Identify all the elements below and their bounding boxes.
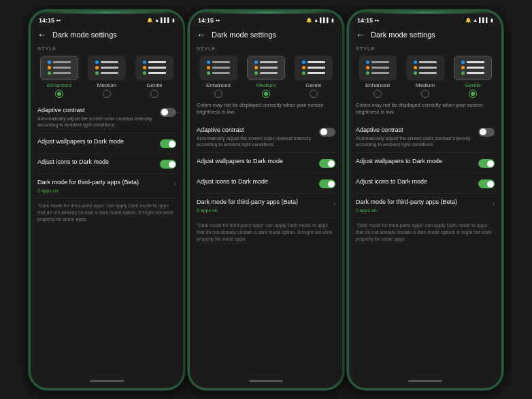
status-bar: 14:15 ▪▪ 🔔 ▲ ▌▌▌ ▮	[349, 12, 501, 27]
warning-text: Colors may not be displayed correctly wh…	[197, 102, 335, 116]
status-icons: 🔔 ▲ ▌▌▌ ▮	[465, 18, 493, 23]
notification-icon: 🔔	[147, 18, 153, 23]
back-button[interactable]: ←	[356, 29, 365, 40]
top-bar: ← Dark mode settings	[349, 27, 501, 43]
back-button[interactable]: ←	[37, 29, 47, 40]
style-option-gentle[interactable]: Gentle	[133, 56, 176, 98]
lines-icon-gentle	[299, 58, 328, 77]
adaptive-contrast-title: Adaptive contrast	[356, 126, 473, 135]
style-radio-enhanced[interactable]	[214, 90, 222, 98]
style-radio-gentle[interactable]	[310, 90, 318, 98]
adjust-wallpapers-toggle[interactable]	[319, 159, 335, 168]
status-bar: 14:15 ▪▪ 🔔 ▲ ▌▌▌ ▮	[190, 12, 342, 27]
adjust-wallpapers-toggle[interactable]	[478, 159, 495, 168]
style-radio-medium[interactable]	[103, 90, 111, 98]
page-title: Dark mode settings	[212, 31, 276, 39]
style-radio-enhanced[interactable]	[373, 90, 382, 98]
style-label-enhanced: Enhanced	[365, 82, 390, 88]
adjust-wallpapers-toggle[interactable]	[160, 139, 176, 148]
adaptive-contrast-title: Adaptive contrast	[37, 107, 154, 115]
adaptive-contrast-desc: Automatically adjust the screen color co…	[197, 135, 314, 148]
adjust-wallpapers-item: Adjust wallpapers to Dark mode	[356, 153, 495, 173]
back-button[interactable]: ←	[197, 29, 206, 40]
third-party-item[interactable]: Dark mode for third-party apps (Beta) 0 …	[356, 194, 495, 218]
apps-on-label: 0 apps on	[356, 208, 493, 213]
style-label-enhanced: Enhanced	[206, 82, 231, 88]
chevron-icon: ›	[333, 200, 335, 207]
chevron-icon: ›	[493, 200, 495, 207]
lines-icon-enhanced	[363, 58, 392, 77]
footer-text: "Dark mode for third-party apps" can app…	[356, 218, 495, 246]
style-icon-box-enhanced	[359, 56, 397, 80]
style-label-enhanced: Enhanced	[47, 82, 71, 88]
third-party-item[interactable]: Dark mode for third-party apps (Beta) 0 …	[197, 194, 335, 218]
style-label-gentle: Gentle	[146, 82, 163, 88]
top-bar: ← Dark mode settings	[190, 27, 342, 43]
style-option-gentle[interactable]: Gentle	[451, 56, 495, 98]
status-time: 14:15 ▪▪	[39, 17, 61, 24]
style-icon-box-enhanced	[199, 56, 237, 80]
style-option-gentle[interactable]: Gentle	[292, 56, 335, 98]
adaptive-contrast-title: Adaptive contrast	[197, 126, 314, 135]
home-indicator	[90, 380, 124, 382]
style-label-gentle: Gentle	[465, 82, 481, 88]
screen-content: STYLE	[190, 43, 342, 375]
adaptive-contrast-item: Adaptive contrast Automatically adjust t…	[37, 102, 176, 134]
style-selector: Enhanced	[356, 56, 495, 98]
style-option-medium[interactable]: Medium	[244, 56, 288, 98]
lines-icon-medium	[93, 58, 121, 77]
adaptive-contrast-item: Adaptive contrast Automatically adjust t…	[197, 122, 335, 154]
adjust-icons-item: Adjust icons to Dark mode	[37, 154, 176, 174]
style-icon-box-medium	[88, 56, 126, 80]
style-icon-box-gentle	[295, 56, 333, 80]
style-option-medium[interactable]: Medium	[85, 56, 129, 98]
style-label-gentle: Gentle	[305, 82, 322, 88]
adaptive-contrast-desc: Automatically adjust the screen color co…	[356, 135, 473, 148]
third-party-item[interactable]: Dark mode for third-party apps (Beta) 0 …	[37, 174, 176, 198]
lines-icon-medium	[411, 58, 439, 77]
notification-icon: 🔔	[465, 18, 471, 23]
phone-1: 14:15 ▪▪ 🔔 ▲ ▌▌▌ ▮ ← Dark mode settings …	[29, 10, 185, 390]
style-radio-medium[interactable]	[421, 90, 429, 98]
footer-text: "Dark mode for third-party apps" can app…	[37, 198, 176, 226]
status-time: 14:15 ▪▪	[198, 17, 220, 24]
top-bar: ← Dark mode settings	[31, 27, 183, 43]
adjust-icons-title: Adjust icons to Dark mode	[197, 178, 314, 186]
phone-2: 14:15 ▪▪ 🔔 ▲ ▌▌▌ ▮ ← Dark mode settings …	[188, 10, 344, 390]
lines-icon-gentle	[140, 58, 169, 77]
third-party-title: Dark mode for third-party apps (Beta)	[197, 198, 333, 207]
bottom-bar	[190, 375, 342, 388]
style-radio-gentle[interactable]	[150, 90, 159, 98]
adjust-icons-toggle[interactable]	[160, 160, 176, 169]
adjust-icons-item: Adjust icons to Dark mode	[197, 173, 335, 194]
style-option-enhanced[interactable]: Enhanced	[37, 56, 81, 98]
lines-icon-medium	[252, 58, 280, 77]
style-radio-gentle[interactable]	[469, 90, 477, 98]
signal-icon: ▌▌▌	[479, 18, 489, 22]
style-icon-box-medium	[406, 56, 444, 80]
style-option-enhanced[interactable]: Enhanced	[356, 56, 399, 98]
style-radio-medium[interactable]	[262, 90, 270, 98]
adjust-wallpapers-item: Adjust wallpapers to Dark mode	[37, 133, 176, 154]
adaptive-contrast-toggle[interactable]	[478, 128, 495, 137]
style-option-enhanced[interactable]: Enhanced	[197, 56, 240, 98]
notification-icon: 🔔	[306, 18, 312, 23]
status-time: 14:15 ▪▪	[357, 17, 379, 24]
phone-inner-3: 14:15 ▪▪ 🔔 ▲ ▌▌▌ ▮ ← Dark mode settings …	[349, 12, 501, 388]
battery-icon: ▮	[491, 18, 493, 23]
adjust-icons-toggle[interactable]	[319, 179, 335, 188]
adaptive-contrast-toggle[interactable]	[319, 128, 335, 137]
phone-3: 14:15 ▪▪ 🔔 ▲ ▌▌▌ ▮ ← Dark mode settings …	[347, 10, 503, 390]
adjust-icons-title: Adjust icons to Dark mode	[356, 178, 473, 186]
apps-on-label: 0 apps on	[37, 188, 174, 193]
phone-container: 14:15 ▪▪ 🔔 ▲ ▌▌▌ ▮ ← Dark mode settings …	[23, 4, 509, 396]
style-option-medium[interactable]: Medium	[403, 56, 447, 98]
style-label-medium: Medium	[256, 82, 276, 88]
style-radio-enhanced[interactable]	[55, 90, 63, 98]
adjust-wallpapers-item: Adjust wallpapers to Dark mode	[197, 153, 335, 173]
adjust-icons-toggle[interactable]	[478, 179, 495, 188]
style-icon-box-gentle	[135, 56, 173, 80]
adaptive-contrast-toggle[interactable]	[160, 108, 176, 117]
home-indicator	[408, 380, 442, 382]
page-title: Dark mode settings	[52, 31, 117, 39]
